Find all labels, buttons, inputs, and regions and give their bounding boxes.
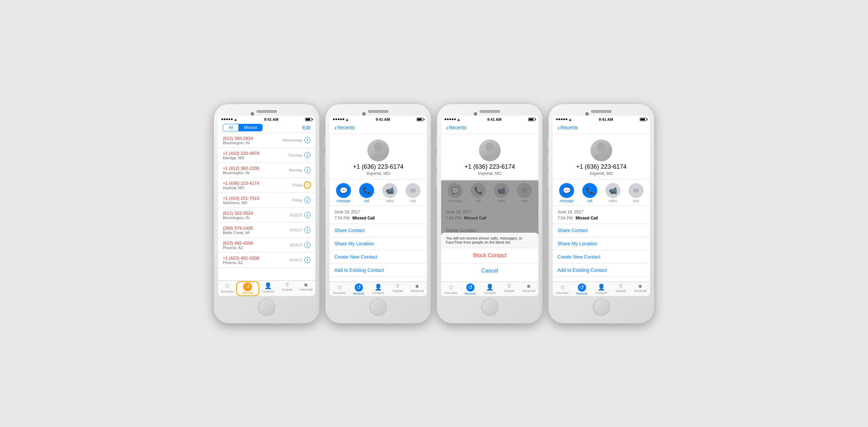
tab-contacts-2[interactable]: 👤 Contacts <box>368 283 388 295</box>
voicemail-icon-3: ⏺ <box>526 283 531 289</box>
recent-item-2[interactable]: +1 (812) 360-2206 Bloomington, IN Monday… <box>218 163 315 178</box>
tab-voicemail-1[interactable]: ⏺ Voicemail <box>296 282 315 295</box>
nav-bar-1: All Missed Edit <box>218 122 315 133</box>
tab-contacts-1[interactable]: 👤 Contacts <box>258 282 278 295</box>
recent-sub-5: Bloomington, IN <box>223 216 253 220</box>
tab-recents-4[interactable]: ↺ Recents <box>572 283 591 295</box>
phone-2-shell: ▲ 9:41 AM ‹ Recents <box>326 104 431 323</box>
recent-date-2: Monday <box>289 168 302 172</box>
back-btn-3[interactable]: ‹ Recents <box>446 124 466 132</box>
dot3 <box>338 118 339 120</box>
tab-keypad-3[interactable]: ⠿ Keypad <box>500 283 519 295</box>
video-btn-4[interactable]: 📹 video <box>605 183 621 203</box>
tab-recents-1[interactable]: ↺ Recents <box>237 282 259 295</box>
tab-voicemail-2[interactable]: ⏺ Voicemail <box>407 283 427 295</box>
call-label-4: call <box>587 199 592 203</box>
tab-voicemail-3[interactable]: ⏺ Voicemail <box>519 283 538 295</box>
recent-date-4: Friday <box>292 198 302 202</box>
phone-1-power-btn <box>319 145 321 165</box>
info-btn-7[interactable]: i <box>304 242 311 248</box>
phone-1-home[interactable] <box>259 299 274 315</box>
voicemail-icon-2: ⏺ <box>415 283 419 289</box>
share-contact-btn-2[interactable]: Share Contact <box>330 224 427 237</box>
recent-right-3: Friday i <box>292 182 311 188</box>
add-existing-btn-4[interactable]: Add to Existing Contact <box>553 264 650 277</box>
recent-name-7: (623) 492-4206 <box>223 241 253 246</box>
tab-voicemail-4[interactable]: ⏺ Voicemail <box>631 283 650 295</box>
share-location-btn-2[interactable]: Share My Location <box>330 237 427 250</box>
all-filter-btn[interactable]: All <box>223 124 238 131</box>
contacts-icon-3: 👤 <box>486 283 494 291</box>
back-btn-2[interactable]: ‹ Recents <box>334 124 355 132</box>
phone-2: ▲ 9:41 AM ‹ Recents <box>326 104 431 323</box>
action-buttons-2: 💬 message 📞 call 📹 video ✉ mail <box>330 180 427 206</box>
dot4 <box>563 118 565 120</box>
recent-item-4[interactable]: +1 (410) 231-7015 Solomons, MD Friday i <box>218 193 315 208</box>
recent-item-9[interactable]: (440) 406-1302 Elyria, OH 6/14/17 i <box>218 268 315 269</box>
phone-1-speaker <box>256 110 277 113</box>
info-btn-4[interactable]: i <box>304 197 311 203</box>
recent-sub-2: Bloomington, IN <box>223 171 259 175</box>
add-existing-btn-2[interactable]: Add to Existing Contact <box>330 264 427 277</box>
info-btn-3-highlighted[interactable]: i <box>304 182 311 188</box>
tab-keypad-1[interactable]: ⠿ Keypad <box>278 282 297 295</box>
phone-2-vol-down-btn <box>324 172 326 187</box>
message-btn-2[interactable]: 💬 message <box>335 183 352 203</box>
phone-4-home[interactable] <box>594 299 609 315</box>
edit-btn-1[interactable]: Edit <box>302 125 311 130</box>
mail-icon-4: ✉ <box>629 183 644 198</box>
filter-segmented[interactable]: All Missed <box>223 124 263 131</box>
mail-label-2: mail <box>410 199 416 203</box>
info-btn-5[interactable]: i <box>304 212 311 218</box>
recent-item-0[interactable]: (812) 360-2824 Bloomington, IN Wednesday… <box>218 133 315 148</box>
recent-item-1[interactable]: +1 (410) 220-0978 Elkridge, MD Tuesday i <box>218 148 315 163</box>
tab-contacts-4[interactable]: 👤 Contacts <box>591 283 611 295</box>
share-location-btn-4[interactable]: Share My Location <box>553 237 650 250</box>
call-btn-4[interactable]: 📞 call <box>582 183 598 203</box>
tab-keypad-4[interactable]: ⠿ Keypad <box>611 283 631 295</box>
tab-recents-3[interactable]: ↺ Recents <box>461 283 480 295</box>
tab-favorites-3[interactable]: ☆ Favorites <box>441 283 461 295</box>
recent-right-2: Monday i <box>289 167 311 173</box>
missed-filter-btn[interactable]: Missed <box>238 124 262 131</box>
tab-contacts-3[interactable]: 👤 Contacts <box>480 283 499 295</box>
info-btn-6[interactable]: i <box>304 227 311 233</box>
time-2: 9:41 AM <box>376 117 390 121</box>
block-contact-btn-3[interactable]: Block Contact <box>441 248 538 263</box>
mail-btn-2[interactable]: ✉ mail <box>405 183 421 203</box>
tab-favorites-1[interactable]: ☆ Favorites <box>218 282 237 295</box>
create-contact-btn-2[interactable]: Create New Contact <box>330 250 427 264</box>
phone-3-home[interactable] <box>482 299 498 315</box>
avatar-svg-4 <box>590 139 612 161</box>
recent-item-8[interactable]: +1 (623) 492-4206 Phoenix, AZ 6/14/17 i <box>218 253 315 268</box>
phone-2-home[interactable] <box>370 299 386 315</box>
info-btn-1[interactable]: i <box>304 152 311 158</box>
favorites-icon-2: ☆ <box>337 283 342 291</box>
back-btn-4[interactable]: ‹ Recents <box>557 124 578 132</box>
info-btn-0[interactable]: i <box>304 137 311 143</box>
info-btn-8[interactable]: i <box>304 257 311 263</box>
recent-item-6[interactable]: (269) 579-2405 Battle Creek, MI 6/15/17 … <box>218 223 315 238</box>
message-icon-2: 💬 <box>336 183 351 198</box>
message-label-2: message <box>337 199 351 203</box>
avatar-svg-2 <box>367 139 389 161</box>
call-btn-2[interactable]: 📞 call <box>358 183 375 203</box>
tab-keypad-2[interactable]: ⠿ Keypad <box>388 283 407 295</box>
recent-item-3[interactable]: +1 (636) 223-6174 Imperial, MO Friday i <box>218 178 315 193</box>
tab-favorites-4[interactable]: ☆ Favorites <box>553 283 572 295</box>
create-contact-btn-4[interactable]: Create New Contact <box>553 250 650 264</box>
nav-bar-2: ‹ Recents <box>330 122 427 134</box>
recent-item-5[interactable]: (812) 322-0524 Bloomington, IN 6/15/17 i <box>218 208 315 223</box>
tab-recents-2[interactable]: ↺ Recents <box>349 283 368 295</box>
cancel-btn-3[interactable]: Cancel <box>441 263 538 278</box>
recent-item-7[interactable]: (623) 492-4206 Phoenix, AZ 6/14/17 i <box>218 238 315 253</box>
action-sheet-3: You will not receive phone calls, messag… <box>441 233 538 278</box>
tab-favorites-2[interactable]: ☆ Favorites <box>330 283 349 295</box>
mail-btn-4[interactable]: ✉ mail <box>628 183 644 203</box>
dot5 <box>343 118 344 120</box>
share-contact-btn-4[interactable]: Share Contact <box>553 224 650 237</box>
video-btn-2[interactable]: 📹 video <box>382 183 398 203</box>
info-btn-2[interactable]: i <box>304 167 311 173</box>
status-bar-2: ▲ 9:41 AM <box>330 116 427 122</box>
message-btn-4[interactable]: 💬 message <box>558 183 575 203</box>
